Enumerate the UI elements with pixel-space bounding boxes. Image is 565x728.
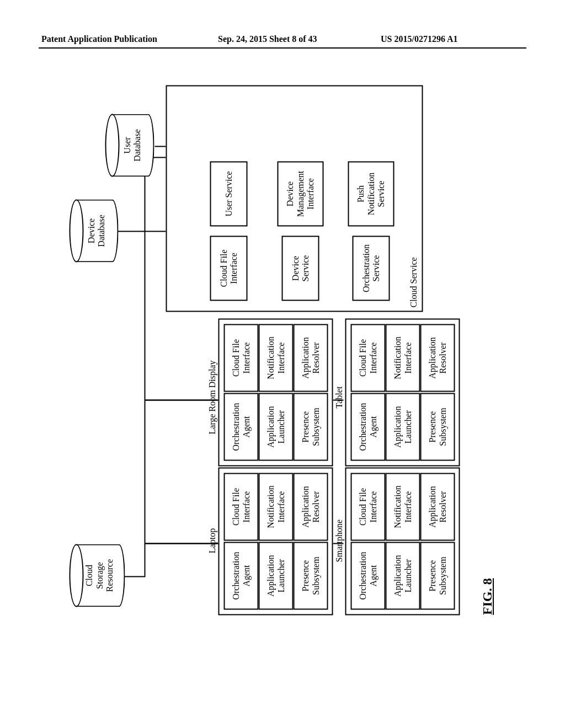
smartphone-orchestration-agent: Orchestration Agent [351, 542, 386, 610]
cloud-storage-cylinder: Cloud Storage Resource [70, 547, 125, 607]
lrd-orchestration-agent-label: Orchestration Agent [231, 403, 252, 451]
laptop-app-resolver: Application Resolver [294, 473, 328, 541]
laptop-cloud-file-interface-label: Cloud File Interface [231, 488, 252, 526]
laptop-app-launcher: Application Launcher [259, 542, 294, 610]
laptop-orchestration-agent-label: Orchestration Agent [231, 552, 252, 599]
user-db-cylinder: User Database [105, 116, 154, 177]
lrd-presence-subsystem-label: Presence Subsystem [301, 408, 321, 446]
tablet-notification-interface: Notification Interface [386, 324, 420, 392]
lrd-notification-interface: Notification Interface [259, 324, 294, 392]
lrd-app-launcher: Application Launcher [259, 393, 294, 461]
header-right: US 2015/0271296 A1 [381, 34, 458, 44]
lrd-cloud-file-interface-label: Cloud File Interface [231, 339, 252, 377]
tablet-title: Tablet [334, 329, 344, 467]
lrd-cloud-file-interface: Cloud File Interface [224, 324, 259, 392]
device-db-cylinder: Device Database [70, 202, 118, 263]
orchestration-service-label: Orchestration Service [361, 244, 381, 292]
laptop-app-launcher-label: Application Launcher [266, 555, 286, 597]
smartphone-app-launcher: Application Launcher [386, 542, 420, 610]
lrd-app-resolver-label: Application Resolver [301, 337, 321, 379]
header-center: Sep. 24, 2015 Sheet 8 of 43 [218, 34, 317, 44]
laptop-orchestration-agent: Orchestration Agent [224, 542, 259, 610]
tablet-orchestration-agent: Orchestration Agent [351, 393, 386, 461]
tablet-app-launcher-label: Application Launcher [393, 406, 413, 448]
smartphone-cloud-file-interface-label: Cloud File Interface [358, 488, 379, 526]
tablet-app-resolver: Application Resolver [420, 324, 455, 392]
laptop-notification-interface-label: Notification Interface [266, 485, 286, 528]
laptop-notification-interface: Notification Interface [259, 473, 294, 541]
lrd-title: Large Room Display [207, 329, 217, 467]
lrd-orchestration-agent: Orchestration Agent [224, 393, 259, 461]
figure-inner: Cloud Storage Resource Device Database U… [50, 81, 516, 632]
device-service-box: Device Service [282, 236, 319, 301]
smartphone-orchestration-agent-label: Orchestration Agent [358, 552, 379, 599]
laptop-title: Laptop [207, 472, 217, 610]
smartphone-cloud-file-interface: Cloud File Interface [351, 473, 386, 541]
laptop-app-resolver-label: Application Resolver [301, 486, 321, 528]
cloud-storage-label: Cloud Storage Resource [84, 559, 115, 592]
device-db-label: Device Database [86, 215, 106, 247]
tablet-presence-subsystem: Presence Subsystem [420, 393, 455, 461]
tablet-app-resolver-label: Application Resolver [428, 337, 448, 379]
tablet-presence-subsystem-label: Presence Subsystem [428, 408, 448, 446]
header-rule [39, 47, 526, 49]
lrd-app-resolver: Application Resolver [294, 324, 328, 392]
tablet-notification-interface-label: Notification Interface [393, 336, 413, 379]
cloud-service-label: Cloud Service [408, 257, 418, 307]
tablet-cloud-file-interface-label: Cloud File Interface [358, 339, 379, 377]
push-notification-service-box: Push Notification Service [348, 162, 395, 227]
laptop-presence-subsystem: Presence Subsystem [294, 542, 328, 610]
smartphone-notification-interface: Notification Interface [386, 473, 420, 541]
cloud-file-interface-label: Cloud File Interface [218, 250, 239, 287]
lrd-presence-subsystem: Presence Subsystem [294, 393, 328, 461]
page: Patent Application Publication Sep. 24, … [0, 0, 565, 728]
figure-caption: FIG. 8 [480, 578, 495, 615]
device-mgmt-interface-box: Device Management Interface [278, 162, 324, 227]
tablet-orchestration-agent-label: Orchestration Agent [358, 403, 379, 451]
push-notification-service-label: Push Notification Service [356, 173, 386, 215]
user-service-label: User Service [223, 171, 233, 216]
tablet-app-launcher: Application Launcher [386, 393, 420, 461]
orchestration-service-box: Orchestration Service [353, 236, 390, 301]
user-service-box: User Service [210, 162, 248, 227]
device-mgmt-interface-label: Device Management Interface [285, 171, 316, 217]
device-service-label: Device Service [290, 255, 311, 282]
figure-canvas: Cloud Storage Resource Device Database U… [7, 123, 559, 589]
smartphone-presence-subsystem-label: Presence Subsystem [428, 556, 448, 595]
lrd-app-launcher-label: Application Launcher [266, 406, 286, 448]
smartphone-app-resolver-label: Application Resolver [428, 486, 448, 528]
cloud-file-interface-box: Cloud File Interface [210, 236, 248, 301]
smartphone-app-launcher-label: Application Launcher [393, 555, 413, 597]
header-left: Patent Application Publication [41, 34, 157, 44]
tablet-cloud-file-interface: Cloud File Interface [351, 324, 386, 392]
smartphone-title: Smartphone [334, 472, 344, 610]
smartphone-app-resolver: Application Resolver [420, 473, 455, 541]
laptop-presence-subsystem-label: Presence Subsystem [301, 556, 321, 595]
laptop-cloud-file-interface: Cloud File Interface [224, 473, 259, 541]
lrd-notification-interface-label: Notification Interface [266, 336, 286, 379]
smartphone-notification-interface-label: Notification Interface [393, 485, 413, 528]
smartphone-presence-subsystem: Presence Subsystem [420, 542, 455, 610]
user-db-label: User Database [122, 129, 142, 162]
